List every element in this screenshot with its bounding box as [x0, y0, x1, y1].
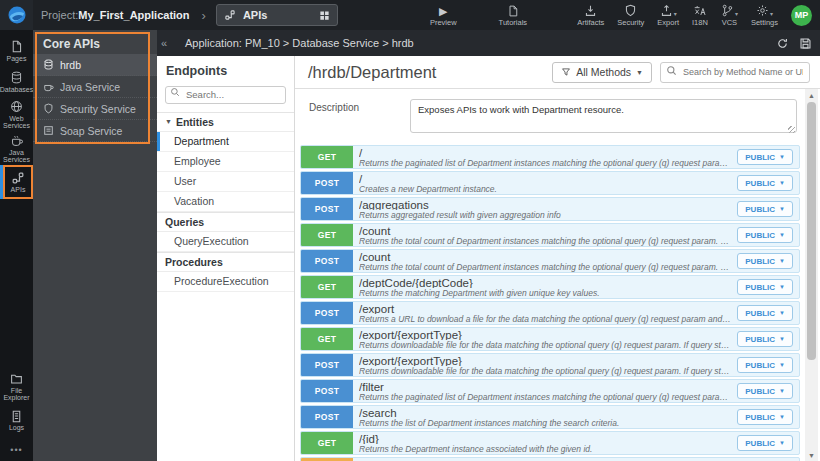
access-dropdown[interactable]: PUBLIC▼ — [737, 305, 793, 321]
endpoints-search-input[interactable] — [165, 86, 286, 104]
security-button[interactable]: Security — [617, 4, 644, 27]
resize-grip[interactable] — [788, 126, 795, 133]
api-path: /count — [359, 252, 731, 262]
api-row[interactable]: POST/filterReturns the paginated list of… — [300, 379, 800, 403]
endpoint-item-department[interactable]: Department — [157, 132, 294, 152]
access-dropdown[interactable]: PUBLIC▼ — [737, 409, 793, 425]
access-dropdown[interactable]: PUBLIC▼ — [737, 279, 793, 295]
scrollbar-thumb[interactable] — [807, 102, 816, 360]
api-description: Returns a URL to download a file for the… — [359, 315, 731, 324]
access-dropdown[interactable]: PUBLIC▼ — [737, 357, 793, 373]
access-dropdown[interactable]: PUBLIC▼ — [737, 227, 793, 243]
endpoint-item-queryexecution[interactable]: QueryExecution — [157, 232, 294, 252]
service-item-java-service[interactable]: Java Service — [33, 76, 157, 98]
sidebar-item-pages[interactable]: Pages — [0, 35, 33, 66]
folder-icon — [10, 372, 23, 386]
access-label: PUBLIC — [745, 231, 775, 240]
access-label: PUBLIC — [745, 283, 775, 292]
breadcrumb-bar: « Application: PM_10 > Database Service … — [157, 30, 820, 56]
database-icon — [43, 59, 54, 70]
service-item-label: Soap Service — [60, 125, 122, 137]
access-dropdown[interactable]: PUBLIC▼ — [737, 383, 793, 399]
access-dropdown[interactable]: PUBLIC▼ — [737, 253, 793, 269]
api-info: /deptCode/{deptCode}Returns the matching… — [353, 276, 737, 298]
grid-menu-icon[interactable] — [319, 10, 330, 21]
tab-apis[interactable]: APIs — [216, 4, 338, 26]
api-path: / — [359, 148, 731, 158]
sidebar-item-logs[interactable]: Logs — [0, 403, 33, 437]
api-info: /filterReturns the paginated list of Dep… — [353, 380, 737, 402]
topbar: Project:My_First_Application › APIs ▶ Pr… — [0, 0, 820, 30]
service-item-soap-service[interactable]: Soap Service — [33, 120, 157, 142]
service-item-security-service[interactable]: Security Service — [33, 98, 157, 120]
sidebar-item-web-services[interactable]: Web Services — [0, 97, 33, 131]
api-row[interactable]: POST/searchReturns the list of Departmen… — [300, 405, 800, 429]
more-options-button[interactable]: ••• — [0, 437, 33, 461]
caret-down-icon: ▼ — [779, 440, 785, 446]
app-window: Project:My_First_Application › APIs ▶ Pr… — [0, 0, 820, 461]
wavemaker-logo[interactable] — [0, 0, 33, 30]
api-info: /aggregationsReturns aggregated result w… — [353, 198, 737, 220]
api-row[interactable]: POST/countReturns the total count of Dep… — [300, 249, 800, 273]
vcs-label: VCS — [722, 18, 737, 27]
save-icon[interactable] — [799, 37, 812, 50]
endpoint-item-procedureexecution[interactable]: ProcedureExecution — [157, 272, 294, 292]
sidebar-item-apis[interactable]: APIs — [3, 165, 33, 199]
access-dropdown[interactable]: PUBLIC▼ — [737, 435, 793, 451]
endpoints-section-queries[interactable]: Queries — [157, 212, 294, 232]
service-item-hrdb[interactable]: hrdb — [33, 54, 157, 76]
api-row[interactable]: GET/countReturns the total count of Depa… — [300, 223, 800, 247]
access-dropdown[interactable]: PUBLIC▼ — [737, 149, 793, 165]
methods-filter-dropdown[interactable]: All Methods ▼ — [552, 62, 652, 83]
access-label: PUBLIC — [745, 335, 775, 344]
sidebar-item-databases[interactable]: Databases — [0, 66, 33, 97]
access-dropdown[interactable]: PUBLIC▼ — [737, 331, 793, 347]
vertical-scrollbar[interactable]: ▲ ▼ — [805, 89, 818, 461]
api-row[interactable]: POST/exportReturns a URL to download a f… — [300, 301, 800, 325]
endpoint-item-user[interactable]: User — [157, 172, 294, 192]
description-textarea[interactable]: Exposes APIs to work with Department res… — [410, 99, 797, 133]
refresh-icon[interactable] — [776, 37, 789, 50]
api-path: /{id} — [359, 434, 731, 444]
sidebar-item-file-explorer[interactable]: File Explorer — [0, 369, 33, 403]
preview-button[interactable]: ▶ Preview — [430, 4, 457, 27]
caret-down-icon: ▼ — [779, 388, 785, 394]
collapse-panel-icon[interactable]: « — [157, 37, 171, 49]
user-avatar[interactable]: MP — [791, 5, 812, 26]
endpoints-section-procedures[interactable]: Procedures — [157, 252, 294, 272]
api-row[interactable] — [300, 457, 800, 461]
api-row[interactable]: POST/aggregationsReturns aggregated resu… — [300, 197, 800, 221]
artifacts-button[interactable]: Artifacts — [577, 4, 604, 27]
api-row[interactable]: GET/export/{exportType}Returns downloada… — [300, 327, 800, 351]
vcs-button[interactable]: ▾ VCS — [721, 4, 738, 27]
api-row[interactable]: POST/Creates a new Department instance.P… — [300, 171, 800, 195]
access-dropdown[interactable]: PUBLIC▼ — [737, 175, 793, 191]
api-row[interactable]: GET/{id}Returns the Department instance … — [300, 431, 800, 455]
sidebar-item-label: Databases — [0, 86, 33, 93]
api-description: Returns the paginated list of Department… — [359, 159, 731, 168]
gear-icon: ▾ — [756, 4, 773, 17]
api-row[interactable]: GET/deptCode/{deptCode}Returns the match… — [300, 275, 800, 299]
method-badge: GET — [301, 146, 353, 168]
i18n-button[interactable]: I18N — [692, 4, 708, 27]
api-row[interactable]: POST/export/{exportType}Returns download… — [300, 353, 800, 377]
access-dropdown[interactable]: PUBLIC▼ — [737, 201, 793, 217]
sidebar-item-label: Java Services — [0, 149, 33, 163]
settings-button[interactable]: ▾ Settings — [751, 4, 778, 27]
scroll-up-arrow[interactable]: ▲ — [808, 89, 815, 101]
api-info: /searchReturns the list of Department in… — [353, 406, 737, 428]
caret-down-icon: ▾ — [770, 10, 773, 17]
caret-down-icon: ▼ — [779, 206, 785, 212]
endpoint-item-employee[interactable]: Employee — [157, 152, 294, 172]
sidebar-item-java-services[interactable]: Java Services — [0, 131, 33, 165]
scroll-down-arrow[interactable]: ▼ — [808, 449, 815, 461]
tutorials-button[interactable]: Tutorials — [499, 4, 527, 27]
endpoints-section-entities[interactable]: ▼Entities — [157, 112, 294, 132]
search-icon — [666, 65, 677, 76]
chevron-right-icon[interactable]: › — [202, 8, 206, 23]
api-row[interactable]: GET/Returns the paginated list of Depart… — [300, 145, 800, 169]
endpoint-item-vacation[interactable]: Vacation — [157, 192, 294, 212]
collapse-triangle-icon: ▼ — [165, 118, 172, 125]
export-button[interactable]: ▾ Export — [657, 4, 679, 27]
method-search-input[interactable] — [660, 62, 810, 83]
